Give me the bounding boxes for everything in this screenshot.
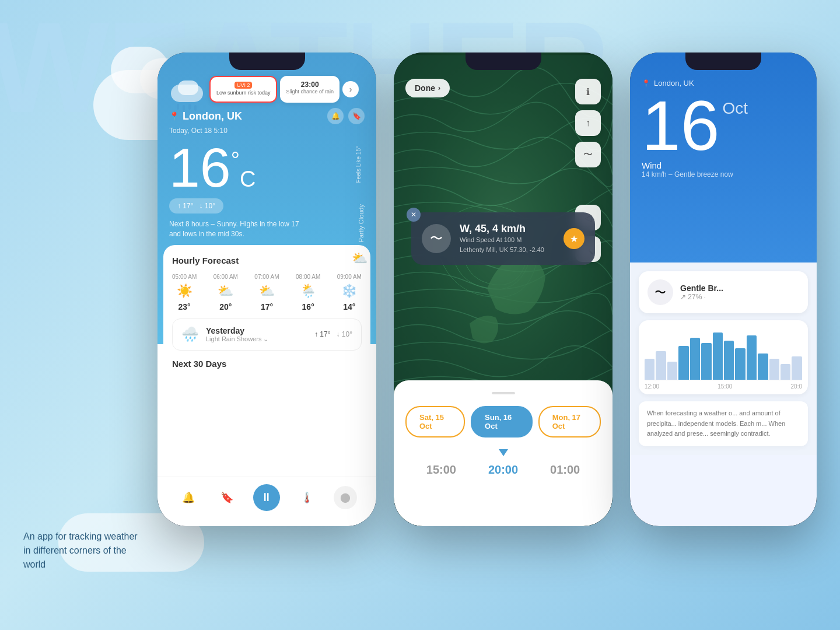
gentle-breeze-icon: 〜 (648, 279, 673, 305)
hourly-temp-0: 23° (178, 302, 191, 312)
hourly-item-4: 09:00 AM ❄️ 14° (337, 274, 362, 312)
top-cards: UVI 2 Low sunburn risk today 23:00 Sligh… (209, 76, 359, 103)
next30-title: Next 30 Days (172, 359, 362, 374)
svg-rect-4 (188, 104, 191, 110)
phone3-screen: 📍 London, UK 16 Oct Wind 14 km/h – Gentl… (630, 52, 817, 526)
bar-10 (758, 354, 768, 380)
time-opt-01[interactable]: 01:00 (550, 463, 580, 477)
temp-high: ↑ 17° (177, 202, 193, 210)
hourly-time-4: 09:00 AM (337, 274, 362, 280)
phone2-screen: Done › ℹ ↑ 〜 ✕ 〜 W, 45, 4 km/h Win (394, 52, 612, 526)
uvi-card: UVI 2 Low sunburn risk today (209, 76, 278, 103)
hourly-time-2: 07:00 AM (254, 274, 279, 280)
app-description: An app for tracking weather in different… (23, 530, 140, 572)
wind-star-btn[interactable]: ★ (564, 228, 584, 249)
map-wind-btn[interactable]: 〜 (575, 142, 601, 167)
bar-7 (724, 341, 734, 380)
chart-time-2: 20:0 (791, 383, 802, 390)
temperature-section: 16°C Feels Like 15° ↑ 17° ↓ 10° (158, 137, 376, 216)
chart-time-labels: 12:00 15:00 20:0 (645, 380, 802, 390)
phone3-temperature: 16 (642, 90, 719, 160)
time-opt-15[interactable]: 15:00 (426, 463, 456, 477)
partly-cloudy-icon: ⛅ (352, 251, 368, 266)
bell-icon[interactable]: 🔔 (327, 108, 344, 124)
feels-like-label: Feels Like 15° (355, 146, 362, 183)
hourly-item-2: 07:00 AM ⛅ 17° (254, 274, 279, 312)
map-info-btn[interactable]: ℹ (575, 79, 601, 104)
temperature-display: 16°C (169, 140, 256, 195)
nav-alerts[interactable]: 🔔 (177, 486, 200, 509)
time-opt-20[interactable]: 20:00 (488, 463, 518, 477)
hourly-temp-1: 20° (219, 302, 232, 312)
chart-time-0: 12:00 (645, 383, 659, 390)
done-button[interactable]: Done › (405, 79, 450, 97)
nav-settings[interactable]: ⬤ (334, 486, 357, 509)
done-label: Done (415, 83, 435, 93)
phone-3: 📍 London, UK 16 Oct Wind 14 km/h – Gentl… (630, 52, 817, 526)
date-pill-sun[interactable]: Sun, 16 Oct (471, 406, 533, 438)
wind-speed-value: W, 45, 4 km/h (460, 223, 555, 235)
panel-handle (492, 392, 515, 394)
yesterday-label: Yesterday (206, 326, 307, 335)
hourly-temp-4: 14° (343, 302, 355, 312)
gentle-breeze-card: 〜 Gentle Br... ↗ 27% · (639, 271, 808, 313)
time-card-time: 23:00 (286, 80, 334, 89)
nav-arrow-btn[interactable]: › (342, 81, 359, 97)
phone-1: UVI 2 Low sunburn risk today 23:00 Sligh… (158, 52, 376, 526)
hourly-grid: 05:00 AM ☀️ 23° 06:00 AM ⛅ 20° 07:00 A (172, 274, 362, 312)
hourly-temp-2: 17° (261, 302, 273, 312)
condition-label: Partly Cloudy (358, 204, 365, 242)
svg-rect-5 (194, 105, 197, 111)
bar-9 (747, 335, 757, 380)
date-pill-sun-label: Sun, 16 Oct (485, 413, 512, 430)
phone1-screen: UVI 2 Low sunburn risk today 23:00 Sligh… (158, 52, 376, 526)
nav-pause-btn[interactable]: ⏸ (253, 484, 280, 511)
bar-0 (645, 359, 654, 380)
nav-bookmark[interactable]: 🔖 (215, 486, 239, 509)
yesterday-high: ↑ 17° (314, 330, 330, 338)
map-share-btn[interactable]: ↑ (575, 110, 601, 136)
svg-rect-2 (177, 104, 179, 110)
wind-popup-info: W, 45, 4 km/h Wind Speed At 100 M Lethen… (460, 223, 555, 254)
time-indicator (405, 449, 601, 456)
hourly-temp-3: 16° (302, 302, 314, 312)
yesterday-condition: Light Rain Showers ⌄ (206, 335, 307, 343)
location-action-icons: 🔔 🔖 (327, 108, 365, 124)
map-controls-right: ℹ ↑ 〜 (575, 79, 601, 167)
wind-popup-close[interactable]: ✕ (407, 208, 421, 222)
temp-value: 16 (169, 136, 231, 198)
temp-unit: C (240, 167, 256, 191)
yesterday-card: 🌧️ Yesterday Light Rain Showers ⌄ ↑ 17° … (172, 318, 362, 351)
date-selector-panel: Sat, 15 Oct Sun, 16 Oct Mon, 17 Oct 15:0… (394, 380, 612, 526)
phone3-month: Oct (722, 99, 748, 118)
svg-rect-1 (178, 80, 198, 95)
svg-rect-3 (183, 105, 185, 111)
phones-container: UVI 2 Low sunburn risk today 23:00 Sligh… (158, 52, 817, 526)
map-area: Done › ℹ ↑ 〜 ✕ 〜 W, 45, 4 km/h Win (394, 52, 612, 408)
bottom-nav: 🔔 🔖 ⏸ 🌡️ ⬤ (158, 477, 376, 526)
phone3-month-col: Oct (722, 90, 748, 118)
nav-thermometer[interactable]: 🌡️ (295, 486, 318, 509)
hourly-item-1: 06:00 AM ⛅ 20° (214, 274, 238, 312)
notch-3 (685, 52, 761, 70)
date-pill-mon[interactable]: Mon, 17 Oct (538, 406, 601, 438)
bar-5 (701, 343, 711, 380)
date-pill-sat[interactable]: Sat, 15 Oct (405, 406, 465, 438)
time-card-label: Slight chance of rain (286, 89, 334, 96)
time-card: 23:00 Slight chance of rain (280, 76, 340, 103)
bar-3 (678, 346, 688, 380)
wind-popup: ✕ 〜 W, 45, 4 km/h Wind Speed At 100 M Le… (411, 212, 595, 265)
phone3-temp-row: 16 Oct (642, 90, 805, 160)
hourly-time-1: 06:00 AM (214, 274, 238, 280)
done-arrow: › (438, 84, 440, 92)
weather-icon-top (166, 76, 210, 113)
yesterday-low: ↓ 10° (337, 330, 352, 338)
bookmark-icon[interactable]: 🔖 (348, 108, 365, 124)
chart-bars (645, 327, 802, 380)
notch-1 (229, 52, 305, 70)
phone-2: Done › ℹ ↑ 〜 ✕ 〜 W, 45, 4 km/h Win (394, 52, 612, 526)
date-pill-sat-label: Sat, 15 Oct (419, 413, 444, 430)
hourly-item-0: 05:00 AM ☀️ 23° (172, 274, 197, 312)
gentle-breeze-sub: ↗ 27% · (680, 293, 723, 301)
date-pills: Sat, 15 Oct Sun, 16 Oct Mon, 17 Oct (405, 406, 601, 438)
